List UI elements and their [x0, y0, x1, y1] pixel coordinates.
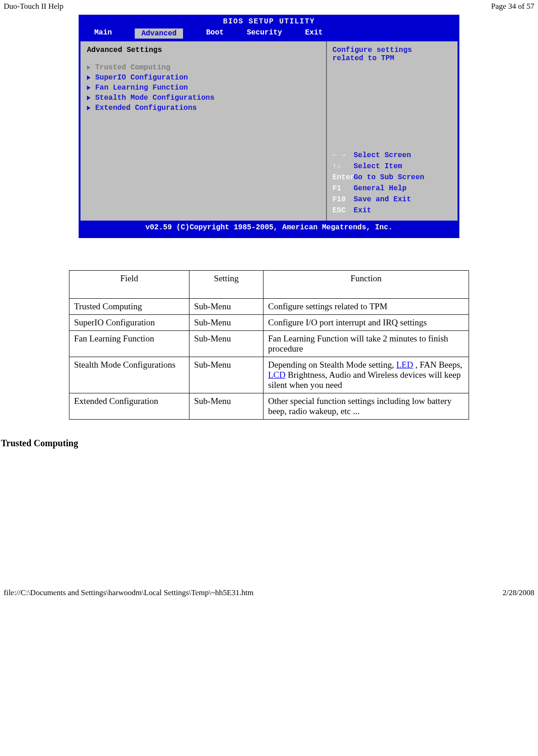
cell-field: Fan Learning Function	[69, 331, 189, 357]
table-row: SuperIO ConfigurationSub-MenuConfigure I…	[69, 315, 469, 331]
bios-tab[interactable]: Exit	[305, 28, 322, 39]
table-row: Fan Learning FunctionSub-MenuFan Learnin…	[69, 331, 469, 357]
fields-table: Field Setting Function Trusted Computing…	[69, 270, 469, 420]
cell-function: Depending on Stealth Mode setting, LED ,…	[263, 357, 469, 393]
bios-menu-label: Stealth Mode Configurations	[95, 94, 214, 102]
bios-menu-item[interactable]: SuperIO Configuration	[87, 73, 320, 83]
bios-key-label: Select Item	[354, 162, 402, 171]
bios-key: ↑↓	[332, 161, 354, 172]
bios-tab[interactable]: Boot	[206, 28, 223, 39]
bios-key-label: General Help	[354, 184, 406, 193]
cell-field: SuperIO Configuration	[69, 315, 189, 331]
bios-menu-label: Fan Learning Function	[95, 84, 188, 92]
bios-key: F1	[332, 183, 354, 194]
bios-key-row: F1General Help	[332, 183, 452, 194]
bios-key: Enter	[332, 172, 354, 183]
bios-help-panel: Configure settings related to TPM ← →Sel…	[327, 41, 458, 221]
bios-key: ← →	[332, 150, 354, 161]
col-header-setting: Setting	[189, 271, 263, 299]
triangle-icon	[87, 106, 91, 110]
cell-function: Fan Learning Function will take 2 minute…	[263, 331, 469, 357]
cell-setting: Sub-Menu	[189, 393, 263, 420]
col-header-function: Function	[263, 271, 469, 299]
bios-key: F10	[332, 194, 354, 205]
bios-key: ESC	[332, 205, 354, 216]
page-number: Page 34 of 57	[491, 2, 534, 11]
bios-key-row: ← →Select Screen	[332, 150, 452, 161]
bios-tab-bar: MainAdvancedBootSecurityExit	[80, 27, 458, 41]
bios-key-row: EnterGo to Sub Screen	[332, 172, 452, 183]
triangle-icon	[87, 96, 91, 100]
bios-title: BIOS SETUP UTILITY	[80, 17, 458, 27]
cell-field: Stealth Mode Configurations	[69, 357, 189, 393]
bios-key-row: F10Save and Exit	[332, 194, 452, 205]
cell-field: Trusted Computing	[69, 299, 189, 315]
bios-left-panel: Advanced Settings Trusted ComputingSuper…	[80, 41, 327, 221]
cell-field: Extended Configuration	[69, 393, 189, 420]
bios-key-label: Exit	[354, 206, 371, 215]
section-heading: Trusted Computing	[1, 438, 538, 449]
bios-panel-heading: Advanced Settings	[87, 46, 320, 54]
cell-function: Configure I/O port interrupt and IRQ set…	[263, 315, 469, 331]
bios-help-line: Configure settings	[332, 46, 452, 54]
table-row: Trusted ComputingSub-MenuConfigure setti…	[69, 299, 469, 315]
triangle-icon	[87, 65, 91, 70]
glossary-link[interactable]: LED	[396, 360, 413, 369]
doc-title: Duo-Touch II Help	[4, 2, 63, 11]
bios-key-label: Select Screen	[354, 151, 411, 159]
cell-function: Other special function settings includin…	[263, 393, 469, 420]
bios-menu-item[interactable]: Fan Learning Function	[87, 83, 320, 93]
footer-date: 2/28/2008	[503, 588, 534, 597]
triangle-icon	[87, 85, 91, 90]
bios-key-label: Save and Exit	[354, 195, 411, 204]
bios-tab[interactable]: Advanced	[135, 28, 183, 39]
bios-key-label: Go to Sub Screen	[354, 173, 424, 182]
table-row: Extended ConfigurationSub-MenuOther spec…	[69, 393, 469, 420]
bios-menu-label: Trusted Computing	[95, 63, 170, 72]
bios-copyright: v02.59 (C)Copyright 1985-2005, American …	[80, 221, 458, 236]
triangle-icon	[87, 75, 91, 80]
cell-function: Configure settings related to TPM	[263, 299, 469, 315]
bios-menu-item[interactable]: Extended Configurations	[87, 103, 320, 113]
table-row: Stealth Mode ConfigurationsSub-MenuDepen…	[69, 357, 469, 393]
cell-setting: Sub-Menu	[189, 315, 263, 331]
bios-key-row: ESCExit	[332, 205, 452, 216]
cell-setting: Sub-Menu	[189, 357, 263, 393]
bios-menu-label: SuperIO Configuration	[95, 74, 188, 82]
glossary-link[interactable]: LCD	[268, 370, 286, 380]
bios-menu-item[interactable]: Trusted Computing	[87, 63, 320, 73]
bios-menu-label: Extended Configurations	[95, 104, 197, 112]
cell-setting: Sub-Menu	[189, 299, 263, 315]
footer-path: file://C:\Documents and Settings\harwood…	[4, 588, 253, 597]
bios-screenshot: BIOS SETUP UTILITY MainAdvancedBootSecur…	[79, 15, 459, 238]
bios-menu-item[interactable]: Stealth Mode Configurations	[87, 93, 320, 103]
bios-help-line: related to TPM	[332, 54, 452, 63]
bios-key-row: ↑↓Select Item	[332, 161, 452, 172]
bios-tab[interactable]: Main	[94, 28, 112, 39]
col-header-field: Field	[69, 271, 189, 299]
bios-tab[interactable]: Security	[247, 28, 282, 39]
cell-setting: Sub-Menu	[189, 331, 263, 357]
